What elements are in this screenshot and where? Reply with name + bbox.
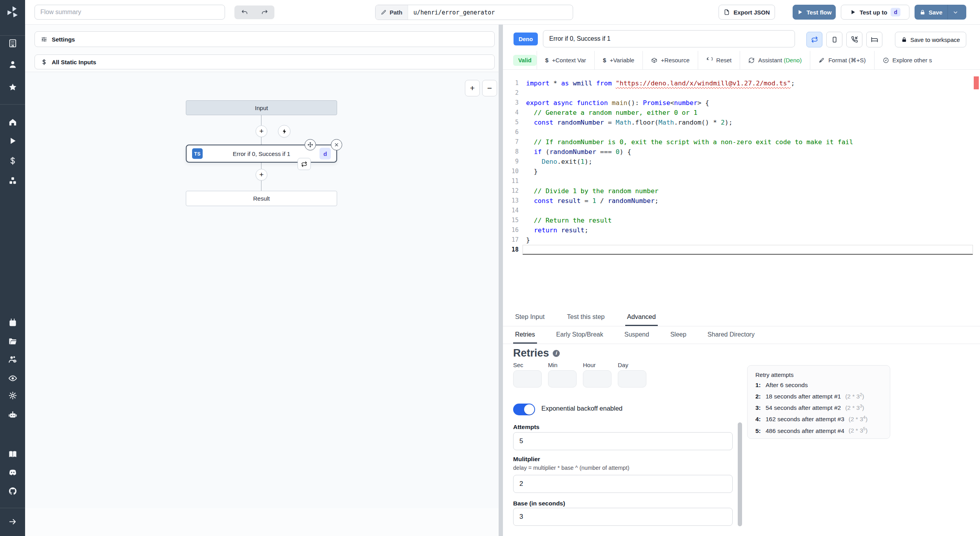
code-line-16[interactable]: 16 return result; bbox=[503, 225, 980, 235]
sidebar-item-star-icon[interactable] bbox=[0, 81, 25, 93]
test-flow-button[interactable]: Test flow bbox=[793, 5, 836, 20]
sidebar-item-gear-icon[interactable] bbox=[0, 389, 25, 401]
save-button[interactable]: Save bbox=[915, 5, 947, 20]
tab-test-this-step[interactable]: Test this step bbox=[565, 309, 606, 326]
code-line-18[interactable]: 18 bbox=[503, 245, 980, 255]
toolbar-resource-button[interactable]: +Resource bbox=[643, 51, 698, 69]
save-to-workspace-button[interactable]: Save to workspace bbox=[895, 32, 966, 47]
sidebar-item-github-icon[interactable] bbox=[0, 485, 25, 497]
base-input[interactable] bbox=[513, 508, 733, 526]
multiplier-input[interactable] bbox=[513, 475, 733, 493]
code-line-11[interactable]: 11 bbox=[503, 176, 980, 186]
flow-summary-input[interactable] bbox=[34, 5, 225, 20]
step-retry-indicator[interactable] bbox=[298, 158, 311, 170]
code-line-6[interactable]: 6 bbox=[503, 127, 980, 137]
code-line-4[interactable]: 4 // Generate a random number, either 0 … bbox=[503, 108, 980, 118]
subtab-early-stop-break[interactable]: Early Stop/Break bbox=[554, 326, 605, 344]
subtab-suspend[interactable]: Suspend bbox=[622, 326, 651, 344]
tab-advanced[interactable]: Advanced bbox=[625, 309, 658, 326]
test-up-to-button[interactable]: Test up to d bbox=[841, 5, 909, 20]
sleep-button[interactable] bbox=[866, 32, 882, 47]
sidebar-item-calendar-icon[interactable] bbox=[0, 317, 25, 328]
trigger-button[interactable] bbox=[278, 125, 290, 138]
sidebar-item-discord-icon[interactable] bbox=[0, 466, 25, 478]
flow-settings-button[interactable]: Settings bbox=[34, 31, 495, 47]
attempts-input[interactable] bbox=[513, 432, 733, 450]
sec-input[interactable] bbox=[513, 370, 542, 388]
flow-graph: + − Input + TS Error if 0, Success if 1 … bbox=[25, 72, 499, 508]
delete-step-button[interactable] bbox=[331, 139, 342, 150]
flow-panel: Settings All Static Inputs + − Input + T… bbox=[25, 25, 499, 536]
path-value[interactable]: u/henri/error_generator bbox=[408, 5, 501, 20]
graph-node-input[interactable]: Input bbox=[186, 100, 337, 115]
step-id-badge: d bbox=[891, 8, 900, 16]
sidebar-item-cubes-icon[interactable] bbox=[0, 175, 25, 187]
graph-zoom-in-button[interactable]: + bbox=[465, 80, 480, 96]
redo-icon bbox=[261, 9, 268, 16]
vertical-scrollbar[interactable] bbox=[738, 422, 742, 526]
path-field[interactable]: Path u/henri/error_generator bbox=[375, 5, 573, 20]
code-line-3[interactable]: 3export async function main(): Promise<n… bbox=[503, 98, 980, 108]
sidebar-item-user-icon[interactable] bbox=[0, 58, 25, 70]
panel-splitter[interactable] bbox=[499, 25, 503, 536]
code-line-13[interactable]: 13 const result = 1 / randomNumber; bbox=[503, 196, 980, 206]
retries-toggle-button[interactable] bbox=[806, 32, 822, 47]
code-line-1[interactable]: 1import * as wmill from "https://deno.la… bbox=[503, 78, 980, 88]
toolbar-reset-button[interactable]: Reset bbox=[698, 51, 740, 69]
subtab-sleep[interactable]: Sleep bbox=[668, 326, 688, 344]
add-step-button[interactable]: + bbox=[256, 169, 267, 181]
undo-button[interactable] bbox=[234, 5, 254, 19]
sidebar-item-user-group-gear-icon[interactable] bbox=[0, 353, 25, 365]
toolbar-context-var-button[interactable]: $+Context Var bbox=[537, 51, 594, 69]
export-json-button[interactable]: Export JSON bbox=[719, 5, 775, 20]
toolbar-format-s-button[interactable]: Format (⌘+S) bbox=[810, 51, 874, 69]
info-icon[interactable]: i bbox=[553, 350, 560, 357]
code-editor[interactable]: 1import * as wmill from "https://deno.la… bbox=[503, 70, 980, 309]
min-input[interactable] bbox=[548, 370, 577, 388]
toolbar-explore-other-s-button[interactable]: Explore other s bbox=[875, 51, 940, 69]
subtab-retries[interactable]: Retries bbox=[513, 326, 537, 344]
code-line-15[interactable]: 15 // Return the result bbox=[503, 215, 980, 225]
code-line-10[interactable]: 10 } bbox=[503, 167, 980, 176]
graph-node-result[interactable]: Result bbox=[186, 191, 337, 206]
code-line-17[interactable]: 17} bbox=[503, 235, 980, 245]
hour-input[interactable] bbox=[583, 370, 612, 388]
sidebar-item-folder-icon[interactable] bbox=[0, 335, 25, 347]
windmill-logo[interactable] bbox=[5, 5, 20, 20]
code-line-8[interactable]: 8 if (randomNumber === 0) { bbox=[503, 147, 980, 157]
code-line-5[interactable]: 5 const randomNumber = Math.floor(Math.r… bbox=[503, 118, 980, 127]
graph-zoom-out-button[interactable]: − bbox=[482, 80, 497, 96]
arrow-right-icon bbox=[8, 517, 17, 526]
save-dropdown-button[interactable] bbox=[947, 5, 963, 20]
step-name-input[interactable] bbox=[543, 30, 795, 47]
day-label: Day bbox=[618, 362, 646, 368]
top-bar: Path u/henri/error_generator Export JSON… bbox=[25, 0, 980, 25]
sidebar-item-book-icon[interactable] bbox=[0, 448, 25, 460]
code-line-14[interactable]: 14 bbox=[503, 206, 980, 215]
code-line-9[interactable]: 9 Deno.exit(1); bbox=[503, 157, 980, 167]
sidebar-item-dollar-icon[interactable] bbox=[0, 155, 25, 167]
toolbar-variable-button[interactable]: $+Variable bbox=[595, 51, 642, 69]
sidebar-item-arrow-right-icon[interactable] bbox=[0, 516, 25, 527]
sidebar-item-robot-icon[interactable] bbox=[0, 409, 25, 421]
redo-button[interactable] bbox=[254, 5, 274, 19]
code-line-2[interactable]: 2 bbox=[503, 88, 980, 98]
code-line-12[interactable]: 12 // Divide 1 by the random number bbox=[503, 186, 980, 196]
suspend-button[interactable] bbox=[846, 32, 862, 47]
move-step-button[interactable] bbox=[305, 139, 316, 150]
exponential-backoff-label: Exponential backoff enabled bbox=[541, 405, 622, 412]
code-line-7[interactable]: 7 // If randomNumber is 0, exit the scri… bbox=[503, 137, 980, 147]
day-input[interactable] bbox=[618, 370, 646, 388]
sidebar-item-home-icon[interactable] bbox=[0, 116, 25, 128]
early-stop-button[interactable] bbox=[826, 32, 842, 47]
exponential-backoff-toggle[interactable] bbox=[513, 404, 535, 415]
toolbar-assistant-button[interactable]: Assistant (Deno) bbox=[740, 51, 810, 69]
add-step-button[interactable]: + bbox=[256, 125, 267, 137]
tab-step-input[interactable]: Step Input bbox=[513, 309, 546, 326]
sidebar-item-eye-icon[interactable] bbox=[0, 372, 25, 384]
sidebar-item-building-icon[interactable] bbox=[0, 37, 25, 49]
subtab-shared-directory[interactable]: Shared Directory bbox=[706, 326, 757, 344]
sidebar-item-play-icon[interactable] bbox=[0, 135, 25, 147]
dollar-icon bbox=[8, 156, 17, 165]
all-static-inputs-button[interactable]: All Static Inputs bbox=[34, 54, 495, 69]
